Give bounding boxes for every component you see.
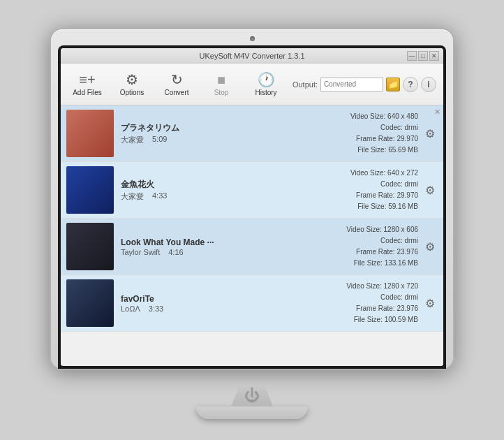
codec: Codec: drmi [350, 122, 418, 133]
file-meta: favOriTe LoΩΛ 3:33 [114, 294, 346, 313]
screen: UKeySoft M4V Converter 1.3.1 — □ ✕ ≡+ Ad… [61, 48, 443, 366]
window-title: UKeySoft M4V Converter 1.3.1 [199, 52, 304, 60]
file-thumbnail [66, 279, 114, 327]
file-artist: Taylor Swift [121, 248, 160, 256]
file-settings-button[interactable] [418, 127, 438, 140]
options-label: Options [120, 89, 144, 96]
info-button[interactable]: i [421, 77, 436, 92]
codec: Codec: drmi [346, 292, 418, 303]
file-size: File Size: 59.16 MB [350, 201, 418, 212]
file-meta: プラネタリウム 大家愛 5:09 [114, 122, 350, 145]
convert-icon: ↻ [171, 73, 183, 87]
file-specs: Video Size: 640 x 480 Codec: drmi Frame … [350, 111, 418, 156]
help-button[interactable]: ? [403, 77, 418, 92]
options-icon: ⚙ [126, 73, 138, 87]
stop-label: Stop [214, 89, 229, 96]
file-specs: Video Size: 1280 x 720 Codec: drmi Frame… [346, 281, 418, 325]
file-size: File Size: 100.59 MB [346, 314, 418, 325]
file-name: 金魚花火 [121, 179, 350, 191]
screen-border: UKeySoft M4V Converter 1.3.1 — □ ✕ ≡+ Ad… [58, 45, 446, 369]
file-size: File Size: 65.69 MB [350, 145, 418, 156]
file-meta: 金魚花火 大家愛 4:33 [114, 179, 350, 202]
history-label: History [255, 89, 276, 96]
camera-dot [250, 36, 255, 41]
video-size: Video Size: 640 x 480 [350, 111, 418, 122]
output-section: Output: 📁 ? i [292, 77, 436, 92]
imac-monitor: UKeySoft M4V Converter 1.3.1 — □ ✕ ≡+ Ad… [50, 28, 454, 370]
imac-base [196, 406, 308, 419]
file-duration: 5:09 [152, 135, 167, 145]
file-meta: Look What You Made ··· Taylor Swift 4:16 [114, 237, 346, 256]
file-thumbnail [66, 110, 114, 157]
video-size: Video Size: 1280 x 606 [346, 224, 418, 235]
file-thumbnail [66, 166, 114, 214]
convert-button[interactable]: ↻ Convert [157, 70, 196, 99]
file-artist: 大家愛 [121, 191, 144, 202]
file-list: プラネタリウム 大家愛 5:09 Video Size: 640 x 480 C… [61, 105, 443, 366]
add-files-button[interactable]: ≡+ Add Files [68, 70, 107, 99]
file-artist-duration: 大家愛 5:09 [121, 135, 350, 145]
minimize-button[interactable]: — [407, 51, 417, 61]
output-label: Output: [292, 80, 318, 89]
frame-rate: Frame Rate: 23.976 [346, 303, 418, 314]
options-button[interactable]: ⚙ Options [112, 70, 151, 99]
window-controls: — □ ✕ [407, 51, 439, 61]
file-settings-button[interactable] [418, 297, 438, 310]
file-size: File Size: 133.16 MB [346, 258, 418, 269]
stop-icon: ■ [217, 73, 225, 87]
app-window: UKeySoft M4V Converter 1.3.1 — □ ✕ ≡+ Ad… [61, 48, 443, 366]
file-artist-duration: 大家愛 4:33 [121, 191, 350, 202]
file-settings-button[interactable] [418, 240, 438, 254]
maximize-button[interactable]: □ [418, 51, 428, 61]
frame-rate: Frame Rate: 23.976 [346, 247, 418, 258]
frame-rate: Frame Rate: 29.970 [350, 190, 418, 201]
file-item: favOriTe LoΩΛ 3:33 Video Size: 1280 x 72… [61, 275, 443, 332]
add-files-icon: ≡+ [79, 73, 95, 87]
file-duration: 4:16 [168, 248, 183, 256]
file-item: 金魚花火 大家愛 4:33 Video Size: 640 x 272 Code… [61, 162, 443, 219]
history-button[interactable]: 🕐 History [246, 70, 286, 99]
file-artist-duration: Taylor Swift 4:16 [121, 248, 346, 256]
file-artist: LoΩΛ [121, 305, 140, 313]
close-button[interactable]: ✕ [429, 51, 439, 61]
codec: Codec: drmi [350, 179, 418, 190]
file-thumbnail [66, 223, 114, 270]
file-close-button[interactable]: ✕ [434, 108, 440, 116]
file-settings-button[interactable] [418, 184, 438, 197]
file-item: Look What You Made ··· Taylor Swift 4:16… [61, 219, 443, 275]
title-bar: UKeySoft M4V Converter 1.3.1 — □ ✕ [61, 48, 443, 64]
output-folder-button[interactable]: 📁 [386, 78, 400, 91]
file-artist-duration: LoΩΛ 3:33 [121, 305, 346, 313]
toolbar: ≡+ Add Files ⚙ Options ↻ Convert ■ Stop [61, 64, 443, 105]
frame-rate: Frame Rate: 29.970 [350, 133, 418, 145]
apple-logo: ⏻ [244, 387, 260, 405]
codec: Codec: drmi [346, 235, 418, 247]
output-path-input[interactable] [320, 78, 383, 91]
add-files-label: Add Files [73, 89, 102, 96]
file-item: プラネタリウム 大家愛 5:09 Video Size: 640 x 480 C… [61, 105, 443, 162]
file-name: favOriTe [121, 294, 346, 304]
stop-button[interactable]: ■ Stop [202, 70, 241, 99]
convert-label: Convert [164, 89, 188, 96]
file-specs: Video Size: 1280 x 606 Codec: drmi Frame… [346, 224, 418, 269]
file-duration: 4:33 [152, 191, 167, 202]
video-size: Video Size: 1280 x 720 [346, 281, 418, 292]
file-artist: 大家愛 [121, 135, 144, 145]
file-name: Look What You Made ··· [121, 237, 346, 247]
file-duration: 3:33 [149, 305, 163, 313]
video-size: Video Size: 640 x 272 [350, 168, 418, 179]
file-name: プラネタリウム [121, 122, 350, 134]
history-icon: 🕐 [258, 73, 275, 87]
file-specs: Video Size: 640 x 272 Codec: drmi Frame … [350, 168, 418, 212]
